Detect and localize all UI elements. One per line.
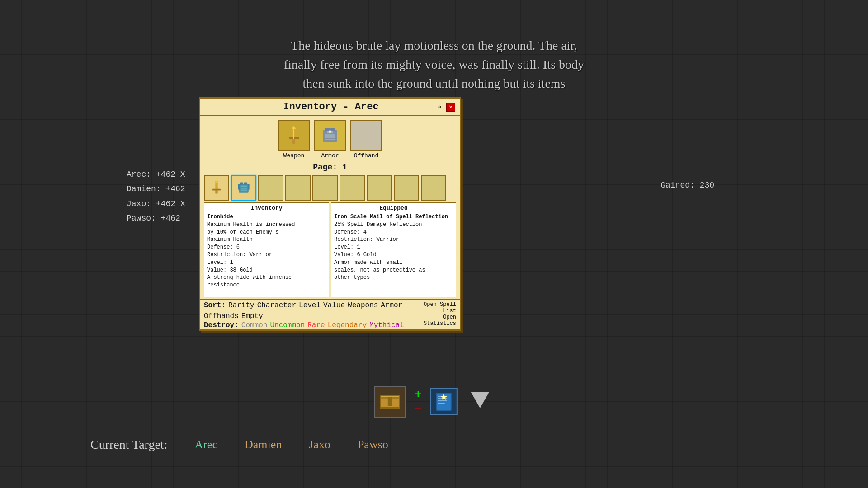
svg-point-30 — [388, 400, 392, 404]
item-slot-4[interactable] — [285, 175, 311, 201]
armor-slot-icon[interactable] — [314, 120, 346, 151]
pawso-stat: Pawso: +462 — [127, 211, 185, 225]
arrow-down-icon — [467, 385, 494, 413]
item-slot-9[interactable] — [421, 175, 446, 201]
sort-offhands[interactable]: Offhands — [204, 312, 239, 320]
equipped-item-name: Iron Scale Mail of Spell Reflection — [334, 213, 453, 221]
item-portrait — [430, 388, 458, 415]
svg-rect-20 — [241, 186, 247, 187]
sort-rarity[interactable]: Rarity — [228, 301, 255, 310]
svg-rect-10 — [326, 136, 335, 138]
bottom-bar: Sort: Rarity Character Level Value Weapo… — [200, 299, 460, 329]
modal-title: Inventory - Arec — [227, 101, 434, 113]
jaxo-stat: Jaxo: +462 X — [127, 197, 185, 211]
destroy-mythical[interactable]: Mythical — [369, 321, 404, 329]
equipped-panel-header: Equipped — [334, 205, 453, 211]
sort-empty[interactable]: Empty — [241, 312, 263, 320]
weapon-label: Weapon — [283, 152, 305, 159]
item-slot-1[interactable] — [204, 175, 229, 201]
target-arec[interactable]: Arec — [194, 438, 217, 451]
svg-marker-39 — [471, 392, 489, 408]
destroy-uncommon[interactable]: Uncommon — [270, 321, 305, 329]
sword-icon — [283, 124, 305, 147]
svg-rect-24 — [248, 184, 250, 190]
target-pawso[interactable]: Pawso — [358, 438, 388, 451]
party-info: Arec: +462 X Damien: +462 Jaxo: +462 X P… — [127, 167, 185, 226]
sort-label: Sort: — [204, 301, 226, 310]
inventory-item-desc: Maximum Health is increasedby 10% of eac… — [207, 221, 326, 289]
svg-rect-31 — [380, 407, 400, 409]
svg-rect-16 — [215, 190, 217, 193]
svg-rect-36 — [438, 400, 447, 401]
inventory-item-name: Ironhide — [207, 213, 326, 221]
equip-slots-row: Weapon Armor — [200, 116, 460, 161]
svg-rect-19 — [244, 182, 247, 184]
offhand-slot[interactable]: Offhand — [350, 120, 382, 159]
item-slot-6[interactable] — [340, 175, 365, 201]
sort-value[interactable]: Value — [323, 301, 345, 310]
equipped-item-desc: 25% Spell Damage ReflectionDefense: 4Res… — [334, 221, 453, 282]
svg-rect-23 — [238, 184, 240, 190]
inventory-modal: Inventory - Arec ➜ ✕ Weapon — [199, 97, 461, 331]
svg-rect-37 — [438, 403, 445, 404]
close-button[interactable]: ✕ — [446, 103, 455, 112]
down-arrow — [467, 385, 494, 418]
story-line-1: The hideous brute lay motionless on the … — [253, 36, 615, 55]
target-label: Current Target: — [90, 437, 167, 452]
modal-controls: ➜ ✕ — [434, 103, 455, 112]
svg-rect-15 — [212, 189, 221, 191]
svg-marker-14 — [215, 180, 219, 183]
offhand-label: Offhand — [354, 152, 379, 159]
svg-rect-18 — [240, 182, 243, 184]
svg-rect-29 — [381, 396, 399, 397]
open-statistics[interactable]: Open Statistics — [416, 314, 456, 327]
destroy-rare[interactable]: Rare — [307, 321, 325, 329]
items-row — [200, 174, 460, 202]
chest-icon — [377, 388, 404, 415]
char-portrait-1 — [374, 386, 406, 418]
weapon-slot-icon[interactable] — [278, 120, 310, 151]
nav-arrow-right[interactable]: ➜ — [434, 103, 444, 111]
offhand-slot-icon[interactable] — [350, 120, 382, 151]
modal-header: Inventory - Arec ➜ ✕ — [200, 99, 460, 116]
svg-rect-21 — [241, 188, 247, 189]
target-jaxo[interactable]: Jaxo — [309, 438, 330, 451]
inventory-desc-panel: Inventory Ironhide Maximum Health is inc… — [204, 202, 329, 297]
svg-rect-9 — [326, 134, 335, 136]
right-buttons-area: Open Spell List Open Statistics — [416, 301, 456, 327]
hp-controls: + − — [415, 389, 421, 415]
xp-gained: Gained: 230 — [660, 181, 714, 190]
current-target-bar: Current Target: Arec Damien Jaxo Pawso — [90, 437, 778, 452]
sort-weapons[interactable]: Weapons — [348, 301, 378, 310]
sort-level[interactable]: Level — [299, 301, 321, 310]
page-indicator: Page: 1 — [200, 161, 460, 174]
target-damien[interactable]: Damien — [245, 438, 282, 451]
arec-stat: Arec: +462 X — [127, 167, 185, 182]
item-slot-7[interactable] — [367, 175, 392, 201]
sort-character[interactable]: Character — [257, 301, 296, 310]
story-line-2: finally free from its mighty voice, was … — [253, 55, 615, 74]
item-slot-2[interactable] — [231, 175, 256, 201]
equipped-desc-panel: Equipped Iron Scale Mail of Spell Reflec… — [331, 202, 456, 297]
story-text-area: The hideous brute lay motionless on the … — [253, 36, 615, 93]
sort-destroy-area: Sort: Rarity Character Level Value Weapo… — [204, 301, 416, 329]
destroy-common[interactable]: Common — [241, 321, 268, 329]
item-slot-3[interactable] — [258, 175, 283, 201]
item-slot-5[interactable] — [312, 175, 338, 201]
svg-rect-3 — [292, 139, 295, 144]
armor-slot[interactable]: Armor — [314, 120, 346, 159]
svg-rect-22 — [241, 190, 247, 191]
item-slot-8[interactable] — [394, 175, 419, 201]
hp-plus-button[interactable]: + — [415, 389, 421, 401]
open-spell-list[interactable]: Open Spell List — [416, 301, 456, 314]
hp-minus-button[interactable]: − — [415, 403, 421, 415]
story-line-3: then sunk into the ground until nothing … — [253, 74, 615, 93]
inventory-panel-header: Inventory — [207, 205, 326, 211]
item-sword-icon — [208, 180, 225, 196]
weapon-slot[interactable]: Weapon — [278, 120, 310, 159]
destroy-row: Destroy: Common Uncommon Rare Legendary … — [204, 321, 416, 329]
sort-armor[interactable]: Armor — [381, 301, 402, 310]
item-armor-icon — [236, 180, 252, 196]
destroy-legendary[interactable]: Legendary — [328, 321, 367, 329]
sort-row: Sort: Rarity Character Level Value Weapo… — [204, 301, 416, 320]
